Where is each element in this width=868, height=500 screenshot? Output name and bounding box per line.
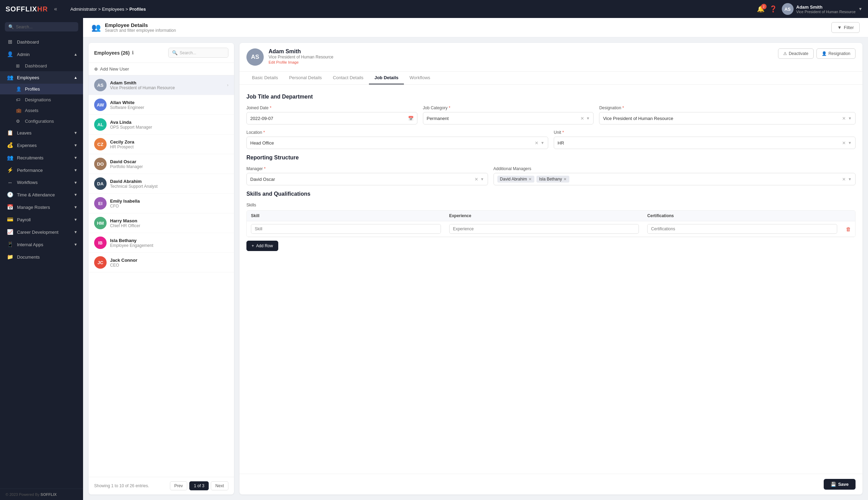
employee-info: David Oscar Portfolio Manager (110, 159, 228, 169)
employee-role: Technical Support Analyst (110, 184, 228, 189)
tab-basic-details[interactable]: Basic Details (246, 72, 283, 84)
chip-close-david[interactable]: ✕ (528, 177, 532, 182)
location-value: Head Office (250, 140, 533, 146)
collapse-button[interactable]: « (51, 4, 60, 13)
chevron-down-icon: ▼ (74, 242, 78, 247)
sidebar-item-recruitments[interactable]: 👥 Recruitments ▼ (0, 151, 83, 164)
info-icon[interactable]: ℹ (132, 50, 134, 55)
sidebar-item-payroll[interactable]: 💳 Payroll ▼ (0, 213, 83, 226)
current-page-button[interactable]: 1 of 3 (189, 481, 209, 490)
user-menu[interactable]: AS Adam Smith Vice President of Human Re… (782, 3, 863, 15)
employee-list-item[interactable]: AL Ava Linda OPS Support Manager (89, 115, 234, 135)
add-row-button[interactable]: + Add Row (246, 241, 278, 251)
notification-badge: 2 (761, 4, 767, 9)
employee-list-item[interactable]: DA David Abrahim Technical Support Analy… (89, 174, 234, 194)
job-category-clear-icon[interactable]: ✕ (580, 116, 584, 121)
logo: SOFFLIXHR (6, 5, 48, 13)
sidebar-item-expenses[interactable]: 💰 Expenses ▼ (0, 139, 83, 151)
employee-list-item[interactable]: AS Adam Smith Vice President of Human Re… (89, 75, 234, 95)
help-button[interactable]: ❓ (769, 5, 777, 13)
tab-personal-details[interactable]: Personal Details (283, 72, 327, 84)
employee-list-item[interactable]: JC Jack Connor CEO (89, 253, 234, 272)
unit-chevron-icon[interactable]: ▼ (848, 141, 852, 145)
breadcrumb-admin[interactable]: Administrator (70, 7, 97, 12)
breadcrumb-profiles: Profiles (129, 7, 146, 12)
sidebar-item-employees[interactable]: 👥 Employees ▲ (0, 71, 83, 84)
sidebar-search-input[interactable] (16, 25, 75, 29)
sidebar-item-designations[interactable]: 🏷 Designations (0, 94, 83, 105)
sidebar-item-assets[interactable]: 💼 Assets (0, 105, 83, 116)
sidebar-item-admin[interactable]: 👤 Admin ▲ (0, 48, 83, 61)
delete-skill-row-button[interactable]: 🗑 (846, 226, 851, 232)
designations-icon: 🏷 (16, 97, 22, 102)
employee-name: Allan White (110, 100, 228, 105)
skill-input-certifications[interactable] (647, 224, 837, 234)
employee-list-item[interactable]: EI Emily Isabella CFO (89, 194, 234, 213)
sidebar-item-time-attendance[interactable]: 🕐 Time & Attendance ▼ (0, 188, 83, 201)
resignation-button[interactable]: 👤 Resignation (816, 48, 856, 59)
designation-clear-icon[interactable]: ✕ (842, 116, 846, 121)
employee-list-item[interactable]: HM Harry Mason Chief HR Officer (89, 213, 234, 233)
add-managers-chevron-icon[interactable]: ▼ (848, 177, 852, 181)
sidebar-item-leaves[interactable]: 📋 Leaves ▼ (0, 127, 83, 139)
location-control[interactable]: Head Office ✕ ▼ (246, 137, 548, 149)
additional-managers-control[interactable]: David Abrahim ✕ Isla Bethany ✕ ✕ ▼ (494, 173, 856, 185)
employee-name: David Abrahim (110, 179, 228, 184)
tab-job-details[interactable]: Job Details (369, 72, 404, 84)
manager-clear-icon[interactable]: ✕ (474, 177, 478, 182)
sidebar-item-configurations[interactable]: ⚙ Configurations (0, 116, 83, 127)
skill-col-header-certifications: Certifications (643, 211, 841, 221)
designation-chevron-icon[interactable]: ▼ (848, 116, 852, 120)
employee-list-item[interactable]: IB Isla Bethany Employee Engagement (89, 233, 234, 253)
form-group-manager: Manager * David Oscar ✕ ▼ (246, 166, 488, 185)
add-user-button[interactable]: ⊕ Add New User (94, 66, 129, 72)
employee-list-item[interactable]: DO David Oscar Portfolio Manager (89, 154, 234, 174)
employee-list-item[interactable]: AW Allan White Software Engineer (89, 95, 234, 115)
employee-avatar: CZ (94, 138, 107, 150)
unit-value: HR (558, 140, 840, 146)
save-button[interactable]: 💾 Save (824, 479, 856, 490)
unit-control[interactable]: HR ✕ ▼ (554, 137, 856, 149)
prev-button[interactable]: Prev (170, 481, 188, 490)
job-category-control[interactable]: Permanent ✕ ▼ (423, 112, 594, 124)
skill-input-experience[interactable] (449, 224, 639, 234)
add-managers-clear-icon[interactable]: ✕ (842, 177, 846, 182)
manager-control[interactable]: David Oscar ✕ ▼ (246, 173, 488, 185)
sidebar-item-profiles[interactable]: 👤 Profiles (0, 84, 83, 94)
sidebar-item-career-development[interactable]: 📈 Career Development ▼ (0, 226, 83, 238)
chip-close-isla[interactable]: ✕ (563, 177, 567, 182)
location-chevron-icon[interactable]: ▼ (541, 141, 544, 145)
app-body: 🔍 ⊞ Dashboard 👤 Admin ▲ ⊞ Dashboard 👥 Em… (0, 18, 868, 500)
filter-button[interactable]: ▼ Filter (831, 22, 860, 33)
sidebar-item-performance[interactable]: ⚡ Performance ▼ (0, 164, 83, 176)
sidebar-item-label: Admin (17, 52, 30, 57)
employee-list-item[interactable]: CZ Cecily Zora HR Prospect (89, 135, 234, 154)
manager-chevron-icon[interactable]: ▼ (480, 177, 484, 181)
employee-info: Emily Isabella CFO (110, 198, 228, 209)
add-row-label: Add Row (256, 243, 273, 248)
unit-clear-icon[interactable]: ✕ (842, 140, 846, 146)
sidebar-item-manage-rosters[interactable]: 📅 Manage Rosters ▼ (0, 201, 83, 213)
deactivate-button[interactable]: ⚠ Deactivate (778, 48, 814, 59)
sidebar-item-internal-apps[interactable]: 📱 Internal Apps ▼ (0, 238, 83, 251)
tab-contact-details[interactable]: Contact Details (327, 72, 369, 84)
location-clear-icon[interactable]: ✕ (535, 140, 539, 146)
documents-icon: 📁 (7, 254, 13, 260)
job-category-chevron-icon[interactable]: ▼ (586, 116, 590, 120)
sidebar-subitem-label: Dashboard (25, 63, 47, 68)
sidebar-item-dashboard-top[interactable]: ⊞ Dashboard (0, 36, 83, 48)
tab-workflows[interactable]: Workflows (404, 72, 436, 84)
sidebar-item-workflows[interactable]: ↔ Workflows ▼ (0, 176, 83, 188)
joined-date-control[interactable]: 2022-09-07 📅 (246, 112, 417, 124)
breadcrumb-employees[interactable]: Employees (102, 7, 124, 12)
notification-button[interactable]: 🔔 2 (757, 5, 765, 13)
next-button[interactable]: Next (211, 481, 228, 490)
sidebar-item-documents[interactable]: 📁 Documents (0, 251, 83, 263)
employee-search-input[interactable] (180, 50, 225, 55)
employee-avatar: DO (94, 158, 107, 170)
designation-control[interactable]: Vice President of Human Resource ✕ ▼ (599, 112, 856, 124)
sidebar-item-dashboard-sub[interactable]: ⊞ Dashboard (0, 61, 83, 71)
skill-input-skill[interactable] (251, 224, 441, 234)
detail-header: AS Adam Smith Vice President of Human Re… (239, 43, 862, 72)
edit-profile-link[interactable]: Edit Profile Image (269, 60, 333, 64)
